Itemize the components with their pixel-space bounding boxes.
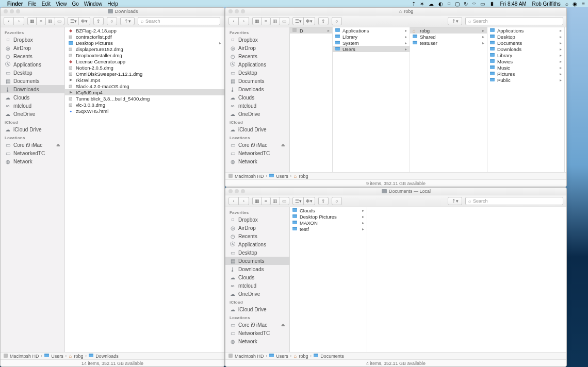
- sidebar-item-mtcloud[interactable]: ∞mtcloud: [1, 102, 64, 110]
- tags-button[interactable]: ○: [332, 17, 342, 25]
- forward-button[interactable]: ›: [239, 17, 249, 25]
- spotlight-icon[interactable]: ⌕: [565, 1, 568, 7]
- share-button[interactable]: ⇪: [93, 17, 104, 25]
- dropbox-button[interactable]: ⇡▾: [120, 17, 135, 25]
- column-row[interactable]: Clouds▸: [290, 207, 367, 213]
- sidebar-item-network[interactable]: ◍Network: [225, 157, 289, 165]
- column[interactable]: Clouds▸Desktop Pictures▸MAXON▸testf▸: [290, 207, 367, 352]
- sidebar-item-airdrop[interactable]: ◎AirDrop: [1, 44, 64, 52]
- menu-go[interactable]: Go: [72, 1, 78, 7]
- search-field[interactable]: ⌕ Search: [465, 197, 563, 205]
- traffic-lights[interactable]: [228, 189, 245, 193]
- path-segment[interactable]: Macintosh HD: [235, 174, 264, 179]
- path-segment[interactable]: Macintosh HD: [235, 354, 264, 359]
- display-icon[interactable]: ▭: [480, 1, 485, 7]
- forward-button[interactable]: ›: [14, 17, 24, 25]
- path-segment[interactable]: robg: [299, 354, 308, 359]
- user-menu[interactable]: Rob Griffiths: [532, 1, 560, 7]
- group-by-button[interactable]: ☰▾: [292, 197, 304, 205]
- menu-window[interactable]: Window: [84, 1, 103, 7]
- column-row[interactable]: Users▸: [333, 46, 410, 52]
- file-row[interactable]: contractorlist.pdf: [65, 34, 224, 40]
- file-row[interactable]: License Generator.app: [65, 58, 224, 64]
- titlebar[interactable]: Documents — Local: [225, 188, 566, 195]
- menu-file[interactable]: File: [28, 1, 37, 7]
- traffic-lights[interactable]: [4, 9, 20, 13]
- column-row[interactable]: testuser▸: [410, 40, 487, 46]
- sidebar-item-documents[interactable]: ▤Documents: [225, 257, 289, 265]
- column-row[interactable]: Applications▸: [333, 27, 410, 34]
- path-segment[interactable]: Macintosh HD: [10, 354, 39, 359]
- column-row[interactable]: Downloads▸: [487, 46, 564, 52]
- search-field[interactable]: ⌕ Search: [138, 17, 220, 25]
- eject-icon[interactable]: ⏏: [281, 323, 285, 327]
- column-row[interactable]: Movies▸: [487, 58, 564, 64]
- share-button[interactable]: ⇪: [318, 17, 329, 25]
- column-row[interactable]: System▸: [333, 40, 410, 46]
- sidebar-item-dropbox[interactable]: ⌑Dropbox: [1, 36, 64, 44]
- menu-view[interactable]: View: [56, 1, 67, 7]
- sidebar-item-onedrive[interactable]: ☁︎OneDrive: [1, 110, 64, 118]
- sidebar-item-airdrop[interactable]: ◎AirDrop: [225, 44, 289, 52]
- eject-icon[interactable]: ⏏: [281, 143, 285, 147]
- wifi-icon[interactable]: ⌔: [472, 1, 476, 7]
- path-segment[interactable]: Users: [276, 174, 288, 179]
- file-list[interactable]: BZFlag-2.4.18.appcontractorlist.pdfDeskt…: [65, 27, 224, 352]
- menu-help[interactable]: Help: [107, 1, 118, 7]
- column-row[interactable]: MAXON▸: [290, 220, 367, 226]
- view-icon-button[interactable]: ▦: [252, 17, 262, 25]
- view-column-button[interactable]: ▥: [271, 17, 280, 25]
- sidebar-item-networkedtc[interactable]: ▭NetworkedTC: [1, 149, 64, 157]
- sidebar-item-applications[interactable]: ⒶApplications: [225, 60, 289, 69]
- menu-extra-icon[interactable]: ◐: [438, 1, 443, 7]
- siri-icon[interactable]: ◉: [573, 1, 577, 7]
- column-row[interactable]: Desktop▸: [487, 34, 564, 40]
- file-row[interactable]: Notion-2.0.5.dmg: [65, 64, 224, 71]
- app-menu[interactable]: Finder: [7, 1, 23, 7]
- titlebar[interactable]: Downloads: [1, 8, 224, 15]
- file-row[interactable]: Slack-4.2.0-macOS.dmg: [65, 83, 224, 89]
- menu-edit[interactable]: Edit: [42, 1, 51, 7]
- sidebar-item-downloads[interactable]: ⭳Downloads: [1, 85, 64, 93]
- notification-center-icon[interactable]: ≡: [582, 1, 585, 7]
- sidebar-item-mtcloud[interactable]: ∞mtcloud: [225, 102, 289, 110]
- path-bar[interactable]: Macintosh HD›Users›robg›Documents: [225, 352, 566, 359]
- file-row[interactable]: OmniDiskSweeper-1.12.1.dmg: [65, 71, 224, 77]
- sidebar-item-core-i9-imac[interactable]: ▭Core i9 iMac⏏: [1, 141, 64, 149]
- cloud-icon[interactable]: ☁︎: [429, 1, 434, 7]
- sidebar-item-applications[interactable]: ⒶApplications: [225, 240, 289, 248]
- sidebar-item-icloud-drive[interactable]: ☁︎iCloud Drive: [1, 125, 64, 134]
- column-row[interactable]: Documents▸: [487, 40, 564, 46]
- search-field[interactable]: ⌕ Search: [465, 17, 563, 25]
- file-row[interactable]: rki4Wl.mp4: [65, 77, 224, 83]
- file-row[interactable]: BZFlag-2.4.18.app: [65, 27, 224, 34]
- column-row[interactable]: testf▸: [290, 226, 367, 232]
- file-row[interactable]: displaperture152.dmg: [65, 46, 224, 52]
- sidebar-item-desktop[interactable]: ▭Desktop: [225, 248, 289, 257]
- file-row[interactable]: z5qXWH5.html: [65, 108, 224, 114]
- menu-extra-icon[interactable]: ⌑: [448, 1, 450, 7]
- sidebar-item-clouds[interactable]: ☁︎Clouds: [225, 273, 289, 281]
- sidebar-item-dropbox[interactable]: ⌑Dropbox: [225, 215, 289, 224]
- sidebar-item-icloud-drive[interactable]: ☁︎iCloud Drive: [225, 305, 289, 313]
- view-list-button[interactable]: ≡: [262, 17, 271, 25]
- file-row[interactable]: tCq6d9.mp4: [65, 89, 224, 95]
- column-view[interactable]: Clouds▸Desktop Pictures▸MAXON▸testf▸: [290, 207, 566, 352]
- path-segment[interactable]: robg: [299, 174, 308, 179]
- sidebar-item-documents[interactable]: ▤Documents: [1, 77, 64, 85]
- action-button[interactable]: ✻▾: [304, 17, 315, 25]
- path-segment[interactable]: Users: [51, 354, 63, 359]
- sidebar-item-onedrive[interactable]: ☁︎OneDrive: [225, 110, 289, 118]
- sidebar-item-networkedtc[interactable]: ▭NetworkedTC: [225, 149, 289, 157]
- group-by-button[interactable]: ☰▾: [68, 17, 79, 25]
- sidebar-item-clouds[interactable]: ☁︎Clouds: [225, 93, 289, 102]
- dropbox-status-icon[interactable]: ⇡: [412, 1, 416, 7]
- column-row[interactable]: Pictures▸: [487, 71, 564, 77]
- sidebar-item-core-i9-imac[interactable]: ▭Core i9 iMac⏏: [225, 321, 289, 329]
- tags-button[interactable]: ○: [332, 197, 342, 205]
- sidebar-item-onedrive[interactable]: ☁︎OneDrive: [225, 290, 289, 298]
- tags-button[interactable]: ○: [107, 17, 117, 25]
- column-row[interactable]: Applications▸: [487, 27, 564, 34]
- forward-button[interactable]: ›: [239, 197, 249, 205]
- eject-icon[interactable]: ⏏: [56, 143, 60, 147]
